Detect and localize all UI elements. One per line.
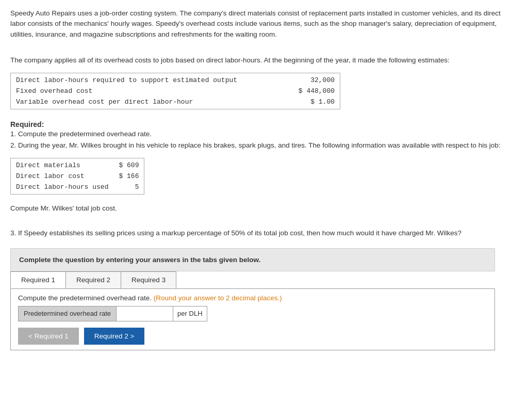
wilkes-value-1: $ 609 xyxy=(113,158,144,171)
estimate-value-2: $ 448,000 xyxy=(285,86,340,96)
intro-paragraph2: The company applies all of its overhead … xyxy=(10,55,518,66)
complete-instruction-box: Complete the question by entering your a… xyxy=(10,248,495,271)
estimate-label-1: Direct labor-hours required to support e… xyxy=(11,73,285,86)
estimate-value-1: 32,000 xyxy=(285,73,340,86)
wilkes-table: Direct materials $ 609 Direct labor cost… xyxy=(11,158,144,194)
complete-instruction-text: Complete the question by entering your a… xyxy=(19,256,260,264)
input-label-text: Predetermined overhead rate xyxy=(24,310,111,317)
tab-bar: Required 1 Required 2 Required 3 xyxy=(10,271,495,288)
wilkes-value-3: 5 xyxy=(113,182,144,194)
input-label-box: Predetermined overhead rate xyxy=(18,306,117,321)
tab-instruction: Compute the predetermined overhead rate.… xyxy=(18,294,487,302)
estimates-table: Direct labor-hours required to support e… xyxy=(11,73,340,109)
tab-required2[interactable]: Required 2 xyxy=(65,271,121,288)
intro-paragraph1: Speedy Auto Repairs uses a job-order cos… xyxy=(10,8,518,40)
question3-text: 3. If Speedy establishes its selling pri… xyxy=(10,228,518,239)
wilkes-value-2: $ 166 xyxy=(113,171,144,182)
tab-required3[interactable]: Required 3 xyxy=(121,271,176,288)
required-section: Required: 1. Compute the predetermined o… xyxy=(10,120,518,151)
nav-buttons: < Required 1 Required 2 > xyxy=(18,328,487,345)
predetermined-rate-input[interactable] xyxy=(117,306,173,321)
tabs-container: Required 1 Required 2 Required 3 xyxy=(10,271,495,289)
compute-text: Compute Mr. Wilkes' total job cost. xyxy=(10,204,518,212)
tab-required1[interactable]: Required 1 xyxy=(10,271,66,288)
predetermined-rate-row: Predetermined overhead rate per DLH xyxy=(18,306,487,321)
table-row: Direct materials $ 609 xyxy=(11,158,144,171)
unit-text: per DLH xyxy=(177,310,202,317)
wilkes-label-3: Direct labor-hours used xyxy=(11,182,113,194)
required-title: Required: xyxy=(10,120,518,128)
wilkes-table-wrapper: Direct materials $ 609 Direct labor cost… xyxy=(10,158,144,195)
wilkes-label-1: Direct materials xyxy=(11,158,113,171)
wilkes-label-2: Direct labor cost xyxy=(11,171,113,182)
estimates-table-wrapper: Direct labor-hours required to support e… xyxy=(10,73,340,109)
estimate-label-2: Fixed overhead cost xyxy=(11,86,285,96)
next-button[interactable]: Required 2 > xyxy=(84,328,145,345)
table-row: Direct labor cost $ 166 xyxy=(11,171,144,182)
table-row: Fixed overhead cost $ 448,000 xyxy=(11,86,340,96)
prev-button[interactable]: < Required 1 xyxy=(18,328,79,345)
tab-round-note: (Round your answer to 2 decimal places.) xyxy=(154,294,282,302)
unit-label: per DLH xyxy=(173,306,207,321)
estimate-label-3: Variable overhead cost per direct labor-… xyxy=(11,96,285,109)
estimate-value-3: $ 1.00 xyxy=(285,96,340,109)
required-item1: 1. Compute the predetermined overhead ra… xyxy=(10,128,518,140)
table-row: Variable overhead cost per direct labor-… xyxy=(11,96,340,109)
tab-instruction-text: Compute the predetermined overhead rate. xyxy=(18,294,152,302)
next-button-label: Required 2 > xyxy=(94,332,135,340)
prev-button-label: < Required 1 xyxy=(28,332,69,340)
table-row: Direct labor-hours used 5 xyxy=(11,182,144,194)
required-item2: 2. During the year, Mr. Wilkes brought i… xyxy=(10,140,518,151)
table-row: Direct labor-hours required to support e… xyxy=(11,73,340,86)
tab-content-area: Compute the predetermined overhead rate.… xyxy=(10,289,495,350)
